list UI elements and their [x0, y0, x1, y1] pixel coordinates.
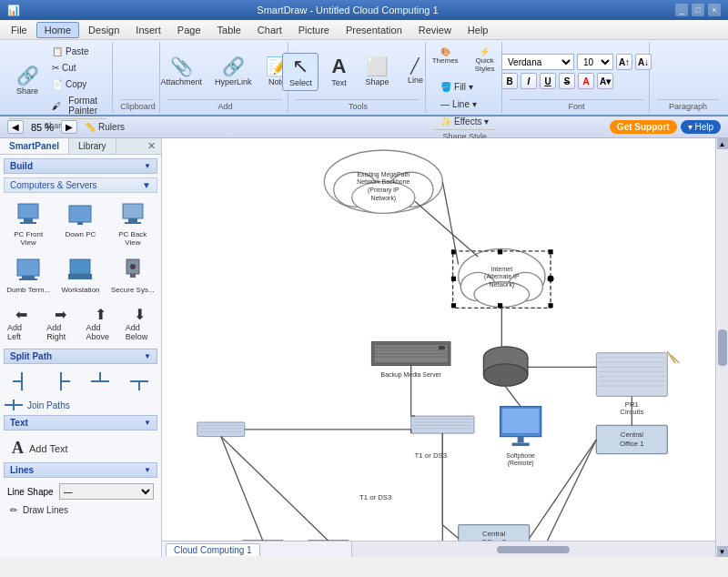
hyperlink-button[interactable]: 🔗 HyperLink [209, 54, 258, 90]
menu-help[interactable]: Help [460, 23, 496, 37]
backup-media-server[interactable]: Backup Media Server [371, 342, 450, 379]
cut-button[interactable]: ✂ Cut [47, 60, 106, 76]
shape-icon: ⬜ [366, 57, 389, 76]
zoom-out-btn[interactable]: ◀ [7, 120, 24, 134]
cut-icon: ✂ [52, 63, 59, 73]
shape-secure-sys[interactable]: Secure Sys... [108, 252, 157, 297]
v-scroll-thumb[interactable] [718, 329, 727, 366]
join-paths-label[interactable]: Join Paths [27, 400, 70, 410]
svg-rect-84 [411, 416, 474, 433]
svg-line-132 [530, 440, 597, 538]
add-below-icon: ⬇ [134, 306, 146, 323]
menu-design[interactable]: Design [81, 23, 126, 37]
line-shape-select[interactable]: — [59, 483, 154, 500]
shape-pc-back[interactable]: PC Back View [108, 197, 157, 249]
split-up-shape[interactable] [82, 368, 118, 395]
split-right-shape[interactable] [43, 368, 79, 395]
font-family-select[interactable]: Verdana [501, 54, 574, 70]
library-tab[interactable]: Library [69, 138, 116, 154]
format-painter-button[interactable]: 🖌 Format Painter [47, 93, 106, 118]
computers-servers-header[interactable]: Computers & Servers ▼ [4, 177, 157, 193]
font-color-button[interactable]: A [578, 73, 594, 89]
add-text-btn[interactable]: A Add Text [4, 434, 157, 462]
shape-pc-front[interactable]: PC Front View [4, 197, 53, 249]
copy-button[interactable]: 📄 Copy [47, 76, 106, 92]
themes-button[interactable]: 🎨 Themes [427, 44, 464, 76]
maximize-btn[interactable]: □ [692, 4, 704, 16]
svg-point-35 [460, 272, 495, 300]
add-above-btn[interactable]: ⬆ Add Above [83, 302, 118, 345]
italic-button[interactable]: I [521, 73, 537, 89]
menu-insert[interactable]: Insert [128, 23, 168, 37]
router1[interactable] [483, 347, 528, 386]
title-bar: 📊 SmartDraw - Untitled Cloud Computing 1… [0, 0, 728, 20]
effects-icon: ✨ [440, 116, 451, 127]
add-below-btn[interactable]: ⬇ Add Below [122, 302, 157, 345]
font-grow-button[interactable]: A↑ [616, 54, 632, 70]
zoom-in-btn[interactable]: ▶ [61, 120, 77, 134]
share-button[interactable]: 🔗 Share [9, 63, 46, 99]
smartpanel-tab[interactable]: SmartPanel [0, 138, 69, 154]
shape-workstation[interactable]: Workstation [56, 252, 105, 297]
minimize-btn[interactable]: _ [675, 4, 688, 16]
ribbon-group-clipboard: Clipboard [115, 42, 160, 113]
scroll-down-btn[interactable]: ▼ [717, 546, 728, 557]
panel-close-btn[interactable]: ✕ [142, 138, 161, 154]
svg-rect-52 [371, 342, 450, 366]
page-tab-1[interactable]: Cloud Computing 1 [166, 543, 260, 556]
help-btn[interactable]: ▾ Help [681, 120, 721, 134]
attachment-button[interactable]: 📎 Attachment [155, 54, 207, 90]
line-style-button[interactable]: — Line ▾ [436, 96, 493, 112]
paste-button[interactable]: 📋 Paste [47, 44, 106, 59]
svg-line-137 [672, 355, 680, 363]
menu-picture[interactable]: Picture [291, 23, 337, 37]
svg-rect-48 [451, 277, 456, 281]
copy-icon: 📄 [52, 79, 63, 89]
split-path-header[interactable]: Split Path ▼ [4, 349, 157, 364]
select-button[interactable]: ↖ Select [282, 53, 318, 91]
bold-button[interactable]: B [501, 73, 518, 89]
menu-page[interactable]: Page [170, 23, 208, 37]
canvas-area[interactable]: Existing MegaPath Network Backbone (Prim… [162, 138, 715, 541]
cloud-internet[interactable]: Internet (Alternate IP Network) [451, 248, 554, 308]
build-section-header[interactable]: Build ▼ [4, 158, 157, 174]
pr1-box[interactable]: PR1 Circuits [596, 353, 667, 417]
quick-styles-button[interactable]: ⚡ QuickStyles [467, 44, 503, 76]
menu-presentation[interactable]: Presentation [339, 23, 410, 37]
shape-dumb-term[interactable]: Dumb Term... [4, 252, 53, 297]
left-device[interactable] [197, 422, 245, 437]
lines-section-header[interactable]: Lines ▼ [4, 462, 157, 478]
draw-lines-btn[interactable]: ✏ Draw Lines [4, 501, 157, 519]
font-size-select[interactable]: 10 [577, 54, 613, 70]
svg-text:Network Backbone: Network Backbone [357, 178, 410, 185]
split-left-shape[interactable] [4, 368, 40, 395]
shape-tool-button[interactable]: ⬜ Shape [359, 54, 395, 90]
highlight-button[interactable]: A▾ [597, 73, 613, 89]
add-right-btn[interactable]: ➡ Add Right [43, 302, 78, 345]
add-left-btn[interactable]: ⬅ Add Left [4, 302, 39, 345]
get-support-btn[interactable]: Get Support [610, 120, 677, 134]
h-scroll-thumb[interactable] [497, 546, 570, 553]
text-section-header[interactable]: Text ▼ [4, 415, 157, 430]
rulers-toggle[interactable]: 📏 Rulers [85, 122, 125, 132]
menu-home[interactable]: Home [36, 22, 79, 38]
font-shrink-button[interactable]: A↓ [635, 54, 652, 70]
menu-chart[interactable]: Chart [250, 23, 289, 37]
close-btn[interactable]: × [708, 4, 721, 16]
strikethrough-button[interactable]: S [559, 73, 575, 89]
switch1[interactable] [411, 416, 474, 433]
underline-button[interactable]: U [540, 73, 556, 89]
central-office-1-right[interactable]: Central Office 1 [596, 425, 667, 453]
menu-file[interactable]: File [4, 23, 35, 37]
softphone-remote[interactable]: Softphone (Remote) [500, 407, 541, 467]
menu-table[interactable]: Table [210, 23, 248, 37]
split-down-shape[interactable] [121, 368, 157, 395]
effects-button[interactable]: ✨ Effects ▾ [436, 114, 493, 129]
shape-down-pc[interactable]: Down PC [56, 197, 105, 249]
text-tool-button[interactable]: A Text [320, 53, 357, 91]
central-office-2[interactable]: Central Office 2 [459, 525, 530, 541]
fill-button[interactable]: 🪣 Fill ▾ [436, 79, 493, 95]
scroll-up-btn[interactable]: ▲ [717, 138, 728, 149]
ribbon-group-paragraph: Paragraph [652, 42, 724, 113]
menu-review[interactable]: Review [411, 23, 459, 37]
